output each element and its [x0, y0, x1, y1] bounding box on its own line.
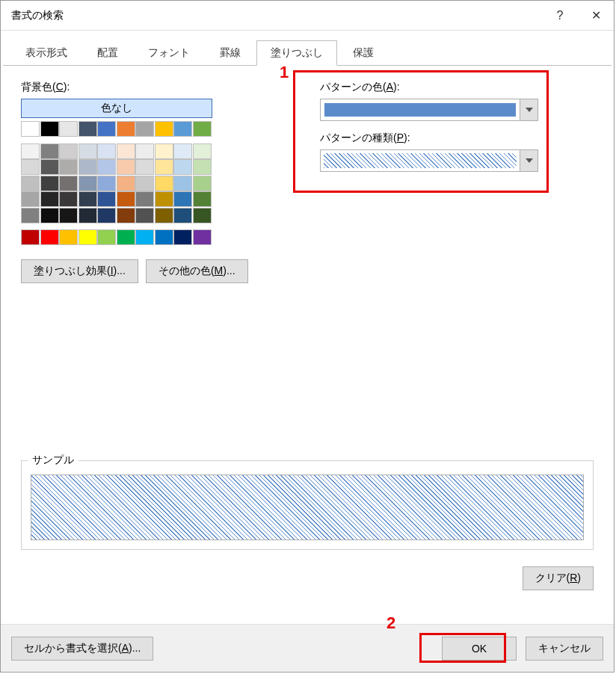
color-swatch[interactable]: [78, 176, 97, 191]
window-title: 書式の検索: [11, 9, 542, 22]
no-color-button[interactable]: 色なし: [21, 99, 212, 118]
color-swatch[interactable]: [135, 143, 154, 159]
color-swatch[interactable]: [97, 176, 116, 191]
ok-button[interactable]: OK: [442, 637, 517, 661]
color-swatch[interactable]: [40, 121, 59, 137]
tab-fill[interactable]: 塗りつぶし: [256, 40, 337, 66]
color-swatch[interactable]: [40, 191, 59, 207]
color-swatch[interactable]: [21, 229, 40, 245]
color-swatch[interactable]: [59, 121, 78, 137]
color-swatch[interactable]: [135, 159, 154, 175]
tab-border[interactable]: 罫線: [206, 40, 255, 66]
color-swatch[interactable]: [21, 159, 40, 175]
color-swatch[interactable]: [21, 208, 40, 223]
cancel-button[interactable]: キャンセル: [526, 637, 603, 661]
color-swatch[interactable]: [40, 229, 59, 245]
color-swatch[interactable]: [97, 208, 116, 223]
color-swatch[interactable]: [193, 229, 212, 245]
close-button[interactable]: ✕: [578, 1, 614, 31]
color-swatch[interactable]: [117, 159, 135, 175]
color-swatch[interactable]: [78, 121, 97, 137]
color-swatch[interactable]: [40, 208, 59, 223]
pattern-section: パターンの色(A): パターンの種類(P):: [320, 81, 594, 172]
bgcolor-section: 背景色(C): 色なし 塗りつぶし効果(I)... その他の色(M)...: [21, 81, 275, 283]
color-swatch[interactable]: [117, 121, 135, 137]
color-swatch[interactable]: [40, 176, 59, 191]
color-swatch[interactable]: [21, 143, 40, 159]
color-swatch[interactable]: [155, 143, 173, 159]
color-swatch[interactable]: [40, 159, 59, 175]
color-swatch[interactable]: [173, 208, 192, 223]
color-swatch[interactable]: [59, 208, 78, 223]
titlebar: 書式の検索 ? ✕: [1, 1, 614, 31]
color-swatch[interactable]: [135, 176, 154, 191]
color-swatch[interactable]: [59, 143, 78, 159]
color-swatch[interactable]: [21, 121, 40, 137]
color-swatch[interactable]: [59, 176, 78, 191]
color-swatch[interactable]: [173, 176, 192, 191]
color-swatch[interactable]: [135, 229, 154, 245]
color-swatch[interactable]: [97, 229, 116, 245]
sample-label: サンプル: [28, 454, 78, 467]
color-swatch[interactable]: [117, 191, 135, 207]
color-swatch[interactable]: [97, 159, 116, 175]
color-swatch[interactable]: [59, 191, 78, 207]
color-swatch[interactable]: [173, 229, 192, 245]
color-swatch[interactable]: [193, 208, 212, 223]
color-swatch[interactable]: [78, 143, 97, 159]
color-swatch[interactable]: [40, 143, 59, 159]
fill-effects-button[interactable]: 塗りつぶし効果(I)...: [21, 259, 138, 283]
tab-display-format[interactable]: 表示形式: [11, 40, 81, 66]
color-swatch[interactable]: [117, 176, 135, 191]
color-swatch[interactable]: [155, 229, 173, 245]
sample-group: サンプル: [21, 454, 594, 550]
color-swatch[interactable]: [117, 229, 135, 245]
color-swatch[interactable]: [155, 159, 173, 175]
help-button[interactable]: ?: [542, 1, 578, 31]
color-swatch[interactable]: [155, 191, 173, 207]
color-swatch[interactable]: [97, 191, 116, 207]
color-swatch[interactable]: [78, 191, 97, 207]
color-swatch[interactable]: [155, 176, 173, 191]
color-swatch[interactable]: [117, 208, 135, 223]
color-swatch[interactable]: [78, 229, 97, 245]
color-swatch[interactable]: [193, 143, 212, 159]
color-swatch[interactable]: [21, 176, 40, 191]
color-swatch[interactable]: [173, 121, 192, 137]
color-swatch[interactable]: [193, 176, 212, 191]
pattern-color-combo[interactable]: [320, 99, 538, 121]
color-swatch[interactable]: [97, 143, 116, 159]
color-swatch[interactable]: [193, 121, 212, 137]
pattern-type-swatch: [321, 150, 520, 171]
hatch-icon: [324, 153, 517, 168]
tab-protection[interactable]: 保護: [339, 40, 388, 66]
tab-alignment[interactable]: 配置: [83, 40, 132, 66]
tab-font[interactable]: フォント: [134, 40, 204, 66]
pattern-type-combo[interactable]: [320, 149, 538, 172]
more-colors-button[interactable]: その他の色(M)...: [146, 259, 248, 283]
color-swatch[interactable]: [135, 208, 154, 223]
tab-strip: 表示形式 配置 フォント 罫線 塗りつぶし 保護: [1, 31, 614, 65]
color-swatch[interactable]: [78, 208, 97, 223]
color-swatch[interactable]: [59, 229, 78, 245]
color-palette: [21, 121, 215, 246]
color-swatch[interactable]: [59, 159, 78, 175]
color-swatch[interactable]: [193, 159, 212, 175]
color-swatch[interactable]: [173, 159, 192, 175]
from-cell-button[interactable]: セルから書式を選択(A)...: [11, 637, 153, 661]
bgcolor-label: 背景色(C):: [21, 81, 275, 94]
color-swatch[interactable]: [173, 191, 192, 207]
color-swatch[interactable]: [155, 121, 173, 137]
color-swatch[interactable]: [193, 191, 212, 207]
color-swatch[interactable]: [117, 143, 135, 159]
color-swatch[interactable]: [21, 191, 40, 207]
tab-content-fill: 背景色(C): 色なし 塗りつぶし効果(I)... その他の色(M)... パタ…: [3, 65, 612, 615]
color-swatch[interactable]: [135, 121, 154, 137]
clear-button[interactable]: クリア(R): [523, 566, 594, 590]
color-swatch[interactable]: [155, 208, 173, 223]
color-swatch[interactable]: [78, 159, 97, 175]
color-swatch[interactable]: [97, 121, 116, 137]
color-swatch[interactable]: [173, 143, 192, 159]
close-icon: ✕: [591, 8, 601, 22]
color-swatch[interactable]: [135, 191, 154, 207]
